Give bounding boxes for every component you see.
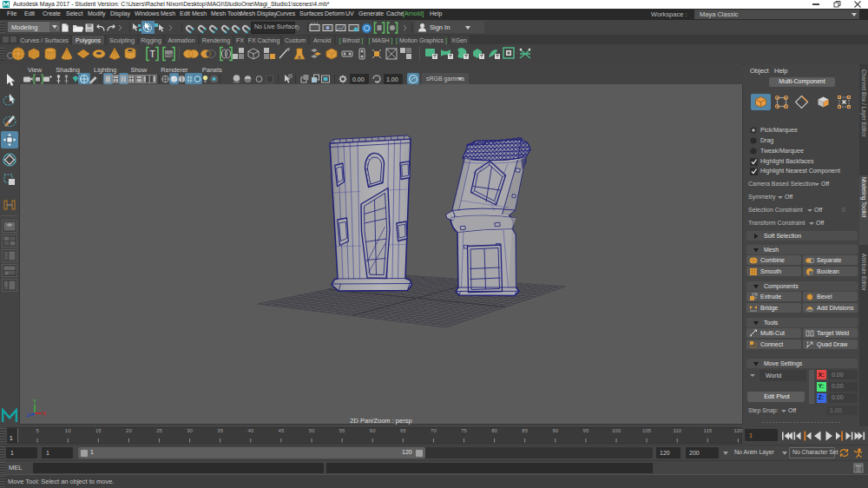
svg-text:X: X [43, 411, 46, 416]
svg-text:T: T [149, 49, 155, 59]
svg-text:Y: Y [33, 399, 36, 404]
svg-text:svg: svg [165, 52, 173, 57]
